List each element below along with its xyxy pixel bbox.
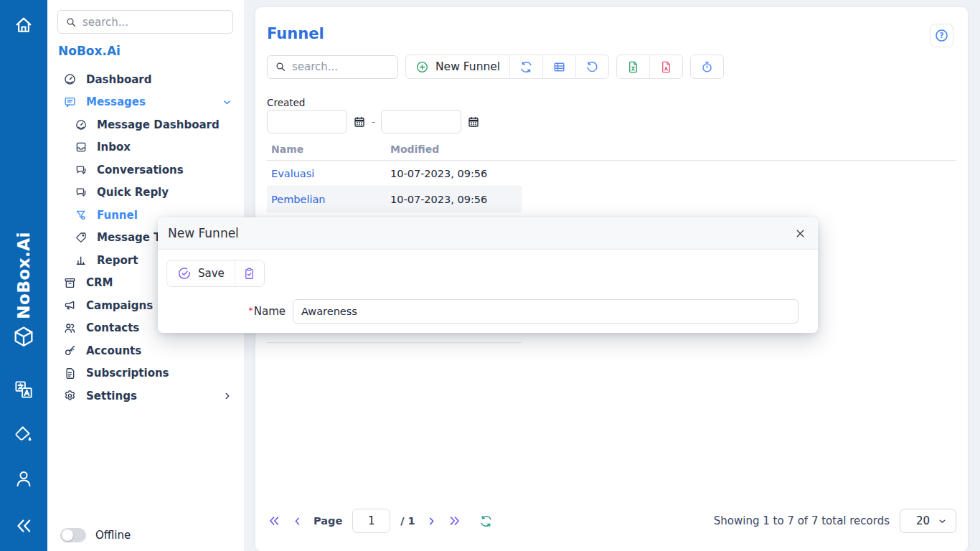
- modified-value: 10-07-2023, 09:56: [390, 194, 487, 205]
- excel-file-icon: [626, 60, 640, 74]
- funnel-search[interactable]: [267, 55, 398, 79]
- date-range-separator: -: [372, 116, 375, 128]
- page-label: Page: [314, 515, 342, 527]
- close-icon[interactable]: [794, 227, 806, 240]
- created-filter-label: Created: [267, 97, 305, 108]
- date-from-input[interactable]: [267, 110, 347, 133]
- funnel-search-input[interactable]: [292, 60, 390, 73]
- offline-label: Offline: [95, 529, 131, 542]
- column-header-modified[interactable]: Modified: [390, 143, 439, 155]
- table-icon: [552, 60, 566, 74]
- rotate-ccw-icon: [585, 60, 599, 74]
- export-group: [616, 55, 683, 79]
- created-date-range: -: [267, 110, 480, 133]
- sidebar-item-settings[interactable]: Settings: [47, 385, 244, 408]
- calendar-icon[interactable]: [353, 116, 366, 128]
- column-header-name[interactable]: Name: [267, 143, 390, 155]
- sidebar-item-inbox[interactable]: Inbox: [47, 136, 244, 159]
- brand-name: NoBox.Ai: [58, 44, 121, 58]
- box-logo-icon[interactable]: [11, 324, 36, 349]
- table-row-divider: [267, 342, 522, 343]
- funnel-name-link[interactable]: Pembelian: [267, 194, 390, 205]
- sidebar-item-message-dashboard[interactable]: Message Dashboard: [47, 113, 244, 136]
- pdf-file-icon: [659, 60, 673, 74]
- pagination-bar: Page / 1 Showing 1 to 7 of 7 total recor…: [267, 508, 956, 534]
- paint-bucket-icon[interactable]: [14, 425, 34, 445]
- chevron-down-icon[interactable]: [222, 97, 232, 108]
- home-icon[interactable]: [13, 14, 34, 36]
- offline-control: Offline: [60, 528, 131, 542]
- chat-icon: [75, 164, 88, 176]
- save-button[interactable]: Save: [167, 260, 235, 286]
- schedule-group: [690, 55, 724, 79]
- export-excel-button[interactable]: [617, 55, 649, 78]
- collapse-sidebar-icon[interactable]: [13, 515, 34, 537]
- plus-circle-icon: [415, 60, 429, 74]
- modified-value: 10-07-2023, 09:56: [390, 168, 487, 179]
- reset-button[interactable]: [575, 55, 608, 78]
- sidebar-item-subscriptions[interactable]: Subscriptions: [47, 362, 244, 385]
- sidebar-item-conversations[interactable]: Conversations: [47, 159, 244, 182]
- bar-chart-icon: [75, 254, 88, 267]
- modal-header: New Funnel: [158, 217, 818, 250]
- page-size-select[interactable]: 20: [900, 509, 956, 533]
- date-to-input[interactable]: [381, 110, 461, 133]
- table-view-button[interactable]: [542, 55, 575, 78]
- funnel-name-link[interactable]: Evaluasi: [267, 168, 390, 179]
- export-pdf-button[interactable]: [649, 55, 682, 78]
- translate-icon[interactable]: [13, 379, 34, 400]
- gauge-icon: [63, 72, 77, 86]
- table-header: Name Modified: [267, 143, 439, 155]
- user-icon[interactable]: [13, 468, 34, 489]
- megaphone-icon: [63, 298, 77, 312]
- table-row[interactable]: Pembelian 10-07-2023, 09:56: [267, 187, 522, 212]
- save-and-continue-button[interactable]: [235, 260, 264, 286]
- offline-toggle[interactable]: [60, 528, 86, 542]
- total-pages: / 1: [400, 515, 415, 527]
- chevron-right-icon[interactable]: [222, 391, 232, 401]
- first-page-icon[interactable]: [267, 514, 281, 528]
- funnel-icon: [75, 209, 88, 222]
- message-icon: [63, 95, 77, 109]
- toolbar: New Funnel: [267, 55, 724, 79]
- refresh-icon: [519, 60, 533, 74]
- stopwatch-icon: [700, 60, 714, 74]
- modal-actions: Save: [166, 260, 265, 287]
- check-circle-icon: [177, 266, 192, 281]
- search-icon: [65, 17, 77, 28]
- sidebar-search[interactable]: [57, 10, 233, 34]
- rail-brand-vertical: NoBox.Ai: [0, 222, 47, 329]
- previous-page-icon[interactable]: [291, 515, 303, 527]
- new-funnel-button[interactable]: New Funnel: [406, 55, 509, 78]
- stopwatch-button[interactable]: [691, 55, 723, 78]
- calendar-icon[interactable]: [467, 116, 480, 128]
- table-row[interactable]: Evaluasi 10-07-2023, 09:56: [267, 161, 522, 187]
- modal-title: New Funnel: [168, 226, 239, 240]
- sidebar-item-accounts[interactable]: Accounts: [47, 339, 244, 362]
- name-field-input[interactable]: [293, 299, 798, 324]
- file-text-icon: [63, 367, 77, 380]
- gear-icon: [63, 389, 77, 402]
- svg-text:?: ?: [940, 32, 944, 39]
- page-title: Funnel: [267, 25, 324, 42]
- reload-table-icon[interactable]: [479, 514, 493, 528]
- page-number-input[interactable]: [352, 509, 390, 533]
- next-page-icon[interactable]: [425, 515, 438, 527]
- inbox-icon: [75, 141, 88, 154]
- chat-icon: [75, 186, 88, 199]
- tag-icon: [75, 231, 88, 244]
- clipboard-check-icon: [242, 267, 256, 281]
- gauge-icon: [75, 118, 88, 131]
- icon-rail: NoBox.Ai: [0, 0, 47, 551]
- table-body: Evaluasi 10-07-2023, 09:56 Pembelian 10-…: [267, 161, 522, 212]
- refresh-button[interactable]: [509, 55, 542, 78]
- sidebar-item-dashboard[interactable]: Dashboard: [47, 68, 244, 91]
- primary-actions-group: New Funnel: [405, 55, 609, 79]
- records-summary: Showing 1 to 7 of 7 total records: [714, 514, 890, 527]
- last-page-icon[interactable]: [448, 514, 462, 528]
- sidebar-item-messages[interactable]: Messages: [47, 91, 244, 114]
- sidebar-search-input[interactable]: [83, 16, 225, 29]
- sidebar-item-quick-reply[interactable]: Quick Reply: [47, 182, 244, 204]
- help-button[interactable]: ?: [930, 24, 953, 47]
- key-icon: [63, 344, 77, 357]
